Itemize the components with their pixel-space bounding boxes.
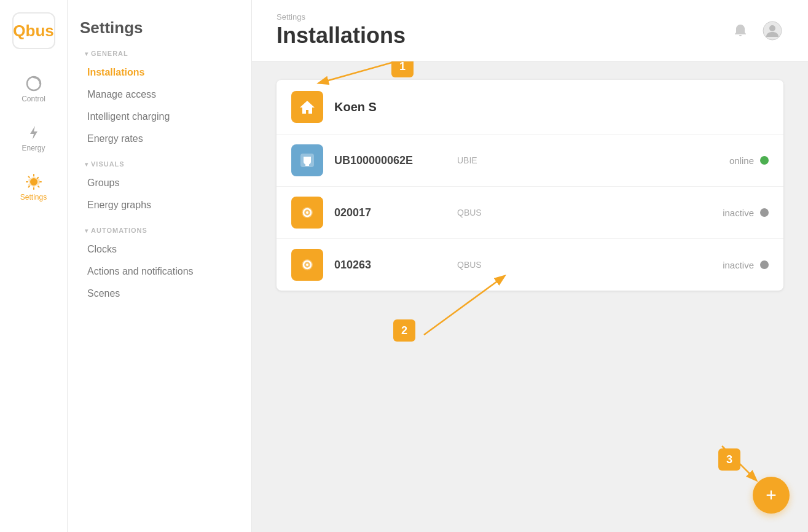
- device-id-010263: 010263: [334, 259, 445, 272]
- device-status-ubie: online: [729, 155, 769, 166]
- device-id-ubie: UB100000062E: [334, 154, 445, 167]
- device-status-label-ubie: online: [729, 155, 754, 166]
- svg-point-10: [306, 211, 308, 214]
- svg-point-13: [306, 264, 308, 266]
- group-home-icon: [291, 91, 323, 123]
- sidebar-item-installations[interactable]: Installations: [80, 62, 239, 83]
- status-dot-ubie: [760, 156, 769, 165]
- control-icon: [25, 75, 42, 92]
- nav-item-energy[interactable]: Energy: [7, 117, 60, 160]
- sidebar-item-energy-graphs[interactable]: Energy graphs: [80, 195, 239, 216]
- device-id-020017: 020017: [334, 206, 445, 219]
- status-dot-010263: [760, 260, 769, 269]
- chevron-visuals: ▾: [85, 161, 88, 168]
- nav-item-control[interactable]: Control: [7, 68, 60, 111]
- top-header: Settings Installations: [252, 0, 808, 61]
- annotation-3: 3: [718, 448, 740, 471]
- annotation-2: 2: [393, 319, 415, 342]
- section-general: ▾ GENERAL: [85, 50, 239, 57]
- nav-item-settings[interactable]: Settings: [7, 166, 60, 209]
- page-title: Installations: [277, 23, 406, 49]
- device-type-ubie: UBIE: [457, 155, 729, 165]
- nav-label-energy: Energy: [22, 144, 45, 152]
- energy-icon: [25, 124, 42, 141]
- header-right: [729, 20, 783, 42]
- sidebar-item-intelligent-charging[interactable]: Intelligent charging: [80, 106, 239, 127]
- content-area: 1 Koen S: [252, 61, 808, 532]
- chevron-general: ▾: [85, 50, 88, 57]
- device-icon-020017: [291, 197, 323, 229]
- svg-point-4: [769, 25, 775, 31]
- sidebar-item-scenes[interactable]: Scenes: [80, 283, 239, 304]
- installation-group-header: Koen S: [277, 80, 783, 135]
- logo: Qbus: [12, 12, 55, 49]
- sidebar-item-groups[interactable]: Groups: [80, 173, 239, 194]
- sidebar-item-energy-rates[interactable]: Energy rates: [80, 128, 239, 149]
- section-visuals: ▾ VISUALS: [85, 160, 239, 168]
- device-status-label-010263: inactive: [723, 260, 754, 270]
- settings-sidebar: Settings ▾ GENERAL Installations Manage …: [68, 0, 252, 532]
- device-row-020017[interactable]: 020017 QBUS inactive: [277, 187, 783, 239]
- device-row-ubie[interactable]: UB100000062E UBIE online: [277, 135, 783, 187]
- status-dot-020017: [760, 208, 769, 217]
- device-type-010263: QBUS: [457, 260, 723, 270]
- svg-point-2: [31, 179, 37, 185]
- nav-label-control: Control: [22, 95, 45, 103]
- installations-card: Koen S UB100000062E UBIE online: [277, 80, 783, 291]
- device-icon-ubie: [291, 144, 323, 176]
- header-left: Settings Installations: [277, 12, 406, 49]
- main-content: Settings Installations 1: [252, 0, 808, 532]
- svg-rect-7: [305, 164, 309, 166]
- group-name: Koen S: [334, 100, 377, 114]
- user-avatar-icon[interactable]: [761, 20, 783, 42]
- device-row-010263[interactable]: 010263 QBUS inactive: [277, 239, 783, 291]
- device-status-010263: inactive: [723, 260, 769, 270]
- section-automations: ▾ AUTOMATIONS: [85, 227, 239, 234]
- icon-nav: Qbus Control Energy: [0, 0, 68, 532]
- device-status-label-020017: inactive: [723, 208, 754, 218]
- logo-text: Qbus: [13, 22, 53, 41]
- sidebar-item-manage-access[interactable]: Manage access: [80, 84, 239, 105]
- breadcrumb: Settings: [277, 12, 406, 22]
- sidebar-item-actions-notifications[interactable]: Actions and notifications: [80, 261, 239, 282]
- add-installation-fab[interactable]: +: [753, 477, 790, 514]
- notifications-icon[interactable]: [729, 20, 751, 42]
- device-type-020017: QBUS: [457, 208, 723, 217]
- annotation-1: 1: [391, 61, 414, 77]
- settings-sidebar-title: Settings: [80, 18, 239, 37]
- device-icon-010263: [291, 249, 323, 281]
- chevron-automations: ▾: [85, 227, 88, 234]
- sidebar-item-clocks[interactable]: Clocks: [80, 239, 239, 260]
- device-status-020017: inactive: [723, 208, 769, 218]
- settings-icon: [25, 173, 42, 190]
- nav-label-settings: Settings: [20, 193, 47, 201]
